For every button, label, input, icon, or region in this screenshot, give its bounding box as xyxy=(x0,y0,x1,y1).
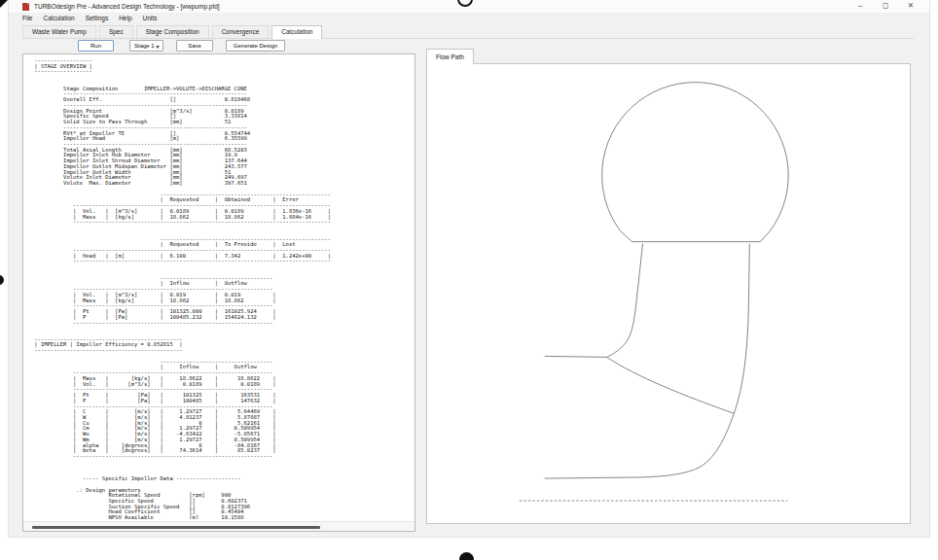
window-title: TURBOdesign Pre - Advanced Design Techno… xyxy=(34,3,220,10)
run-button[interactable]: Run xyxy=(78,40,114,52)
app-icon xyxy=(22,3,29,11)
shroud-contour xyxy=(545,244,750,478)
volute-cross-section xyxy=(602,83,789,242)
menu-settings[interactable]: Settings xyxy=(86,15,109,21)
horizontal-scrollbar[interactable] xyxy=(23,521,415,531)
tab-waste-water-pump[interactable]: Waste Water Pump xyxy=(22,25,96,38)
menu-help[interactable]: Help xyxy=(119,15,131,21)
tab-flow-path[interactable]: Flow Path xyxy=(426,49,474,64)
tab-spec[interactable]: Spec xyxy=(99,25,133,38)
chevron-down-icon xyxy=(156,46,160,49)
stage-overview-report-panel: ------------------ | STAGE OVERVIEW | --… xyxy=(22,53,415,532)
hub-contour xyxy=(545,244,643,358)
impeller-exit-line xyxy=(607,357,735,413)
app-window: TURBOdesign Pre - Advanced Design Techno… xyxy=(8,0,930,538)
stage-select-value: Stage 1 xyxy=(134,43,155,49)
tab-stage-composition[interactable]: Stage Composition xyxy=(136,25,209,38)
recording-marker-corner xyxy=(0,0,8,8)
main-tabs: Waste Water Pump Spec Stage Composition … xyxy=(22,25,914,39)
save-reports-button[interactable]: Save Reports xyxy=(176,40,213,52)
flow-path-drawing xyxy=(427,64,910,523)
window-controls: – ◻ ✕ xyxy=(855,1,916,11)
close-button[interactable]: ✕ xyxy=(906,1,916,11)
flow-path-canvas xyxy=(426,63,911,524)
menu-bar: File Calculation Settings Help Units xyxy=(22,13,157,23)
report-text: ------------------ | STAGE OVERVIEW | --… xyxy=(23,54,415,519)
stage-select[interactable]: Stage 1 xyxy=(129,40,163,52)
scrollbar-thumb[interactable] xyxy=(32,526,320,529)
menu-calculation[interactable]: Calculation xyxy=(43,15,74,21)
maximize-button[interactable]: ◻ xyxy=(881,1,890,11)
tab-calculation[interactable]: Calculation xyxy=(271,25,322,39)
generate-design-files-button[interactable]: Generate Design Files xyxy=(226,40,285,52)
recording-marker-left xyxy=(0,275,4,285)
menu-file[interactable]: File xyxy=(22,15,32,21)
tab-convergence[interactable]: Convergence xyxy=(212,25,270,38)
menu-units[interactable]: Units xyxy=(143,15,158,21)
minimize-button[interactable]: – xyxy=(855,1,865,11)
recording-marker-bottom xyxy=(459,552,474,560)
